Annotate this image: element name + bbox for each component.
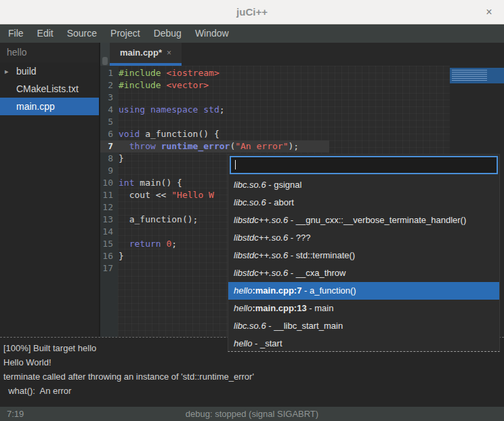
line-number: 2 — [100, 79, 113, 92]
menu-edit[interactable]: Edit — [30, 24, 60, 43]
menu-source[interactable]: Source — [60, 24, 104, 43]
frame-library: libstdc++.so.6 — [234, 268, 288, 278]
code-token: ; — [171, 239, 177, 249]
frame-library: hello — [234, 338, 252, 348]
code-token: #include — [119, 68, 161, 78]
tree-item-label: CMakeLists.txt — [16, 80, 79, 98]
code-line[interactable]: 2#include <vector> — [100, 79, 504, 92]
statusbar: 7:19 debug: stopped (signal SIGABRT) — [0, 407, 504, 421]
line-number: 6 — [100, 128, 113, 140]
code-token — [119, 239, 129, 249]
line-number: 17 — [100, 262, 113, 275]
line-number: 15 — [100, 238, 113, 250]
stack-frame-item[interactable]: libstdc++.so.6 - __cxa_throw — [228, 264, 499, 282]
expander-triangle-icon[interactable]: ▸ — [5, 62, 9, 80]
line-number: 5 — [100, 116, 113, 128]
tree-item-cmakelists-txt[interactable]: CMakeLists.txt — [0, 80, 99, 98]
code-token: #include — [119, 80, 161, 90]
backtrace-filter-input[interactable] — [230, 156, 498, 174]
tree-item-build[interactable]: ▸build — [0, 62, 99, 80]
line-number: 12 — [100, 201, 113, 214]
code-line[interactable]: 5 — [100, 116, 504, 128]
frame-library: libc.so.6 — [234, 180, 266, 190]
stack-frame-item[interactable]: hello - _start — [228, 335, 499, 351]
juci-window: juCi++ × FileEditSourceProjectDebugWindo… — [0, 0, 504, 421]
stack-frame-list: libc.so.6 - gsignallibc.so.6 - abortlibs… — [228, 176, 499, 351]
file-tree: ▸buildCMakeLists.txtmain.cpp — [0, 62, 99, 115]
scrollbar-thumb[interactable] — [102, 57, 108, 65]
code-token: int — [119, 178, 134, 188]
menu-window[interactable]: Window — [188, 24, 236, 43]
code-token: void — [119, 129, 140, 139]
code-token: a_function(); — [119, 214, 198, 224]
menu-project[interactable]: Project — [104, 24, 147, 43]
code-token: "An error" — [235, 141, 288, 151]
code-token: <iostream> — [166, 68, 219, 78]
code-line[interactable]: 7 throw runtime_error("An error"); — [100, 140, 504, 153]
code-token: main() { — [134, 178, 182, 188]
tab-close-icon[interactable]: × — [167, 48, 171, 58]
frame-library: libc.so.6 — [234, 197, 266, 207]
frame-library: libstdc++.so.6 — [234, 215, 288, 225]
frame-function: - a_function() — [301, 285, 356, 296]
stack-frame-item[interactable]: libstdc++.so.6 - std::terminate() — [228, 247, 499, 264]
frame-function: - abort — [266, 197, 294, 207]
output-line: what(): An error — [3, 384, 504, 398]
frame-library: libstdc++.so.6 — [234, 250, 288, 260]
frame-function: - _start — [252, 338, 282, 348]
stack-frame-item[interactable]: libstdc++.so.6 - ??? — [228, 229, 499, 247]
code-token: "Hello W — [171, 190, 214, 200]
code-line[interactable]: 4using namespace std; — [100, 104, 504, 116]
line-number: 9 — [100, 165, 113, 177]
frame-function: - __cxa_throw — [288, 268, 345, 278]
line-number: 4 — [100, 104, 113, 116]
code-token: using — [119, 104, 145, 115]
menubar: FileEditSourceProjectDebugWindow — [0, 24, 504, 43]
stack-frame-item[interactable]: hello:main.cpp:13 - main — [228, 300, 499, 317]
code-token — [119, 141, 129, 151]
frame-function: - ??? — [288, 233, 310, 243]
menu-file[interactable]: File — [1, 24, 30, 43]
code-line[interactable]: 1#include <iostream> — [100, 67, 504, 79]
code-token: ); — [288, 141, 299, 151]
frame-library: hello — [234, 303, 252, 313]
code-token — [145, 104, 150, 115]
output-line: terminate called after throwing an insta… — [3, 369, 504, 384]
frame-function: - std::terminate() — [288, 250, 355, 260]
frame-library: hello — [234, 285, 252, 296]
code-token: } — [119, 251, 124, 261]
stack-frame-item[interactable]: libstdc++.so.6 - __gnu_cxx::__verbose_te… — [228, 212, 499, 229]
tabbar-left-strip — [100, 43, 110, 66]
backtrace-popup: libc.so.6 - gsignallibc.so.6 - abortlibs… — [228, 154, 500, 352]
line-number: 10 — [100, 177, 113, 189]
code-token: return — [129, 239, 161, 249]
frame-function: - __libc_start_main — [266, 321, 343, 331]
code-token: throw — [129, 141, 156, 151]
stack-frame-item[interactable]: libc.so.6 - __libc_start_main — [228, 317, 499, 335]
stack-frame-item[interactable]: libc.so.6 - gsignal — [228, 176, 499, 194]
close-icon[interactable]: × — [482, 5, 496, 19]
code-token: std — [203, 104, 219, 115]
code-token: <vector> — [166, 80, 209, 90]
menu-debug[interactable]: Debug — [147, 24, 188, 43]
frame-location: :main.cpp:13 — [252, 303, 306, 313]
code-token: namespace — [150, 104, 198, 115]
frame-function: - gsignal — [266, 180, 302, 190]
code-line[interactable]: 3 — [100, 92, 504, 104]
line-number: 16 — [100, 250, 113, 262]
code-token — [156, 141, 161, 151]
window-title: juCi++ — [0, 6, 504, 18]
tree-item-main-cpp[interactable]: main.cpp — [0, 98, 99, 115]
frame-location: :main.cpp:7 — [252, 285, 301, 296]
text-caret — [235, 160, 236, 169]
code-line[interactable]: 6void a_function() { — [100, 128, 504, 140]
stack-frame-item[interactable]: libc.so.6 - abort — [228, 194, 499, 212]
line-number: 3 — [100, 92, 113, 104]
titlebar: juCi++ × — [0, 0, 504, 24]
stack-frame-item[interactable]: hello:main.cpp:7 - a_function() — [228, 282, 499, 300]
line-number: 8 — [100, 153, 113, 165]
tree-item-label: build — [16, 62, 37, 80]
minimap-slider[interactable] — [450, 68, 504, 83]
tab-main-cpp[interactable]: main.cpp*× — [110, 43, 182, 66]
line-number: 7 — [100, 140, 113, 153]
